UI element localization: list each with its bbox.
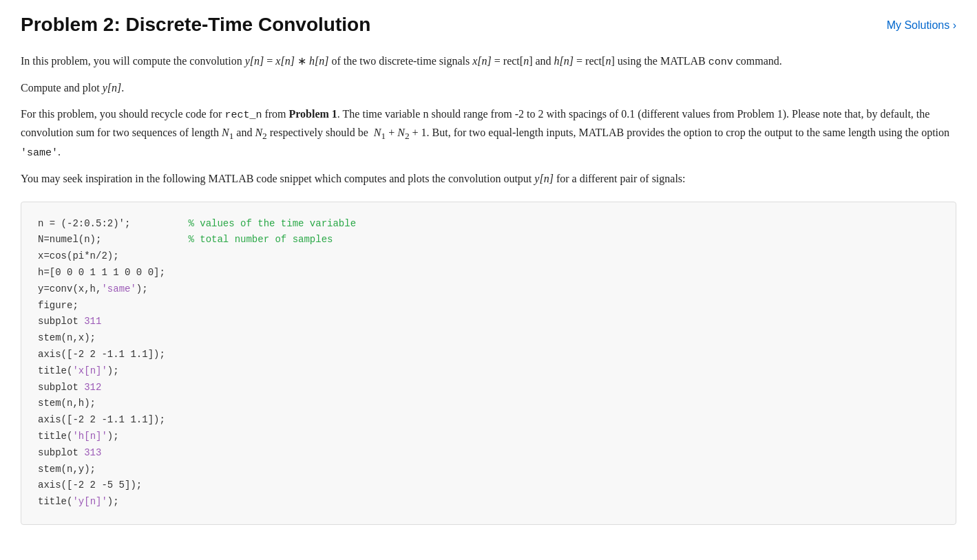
math-yn: y[n] <box>245 55 264 67</box>
code-line-15: subplot 313 <box>38 445 939 462</box>
code-text: title( <box>38 363 72 380</box>
conv-command: conv <box>708 56 733 68</box>
math-xn: x[n] <box>275 55 295 67</box>
code-line-16: stem(n,y); <box>38 462 939 478</box>
code-comment: % values of the time variable <box>188 216 356 233</box>
compute-paragraph: Compute and plot y[n]. <box>21 79 956 97</box>
code-line-14: title('h[n]'); <box>38 429 939 445</box>
code-line-18: title('y[n]'); <box>38 494 939 510</box>
code-text: subplot <box>38 380 84 396</box>
code-line-4: h=[0 0 0 1 1 1 0 0 0]; <box>38 265 939 281</box>
code-text: subplot <box>38 314 84 330</box>
code-text: stem(n,x); <box>38 330 96 347</box>
intro-section: In this problem, you will compute the co… <box>21 52 956 188</box>
page-title: Problem 2: Discrete-Time Convolution <box>21 14 370 36</box>
code-text: axis([-2 2 -1.1 1.1]); <box>38 412 165 429</box>
my-solutions-link[interactable]: My Solutions › <box>887 14 956 32</box>
code-line-17: axis([-2 2 -5 5]); <box>38 477 939 494</box>
rect-n-code: rect_n <box>224 109 262 121</box>
code-line-7: subplot 311 <box>38 314 939 330</box>
code-line-2: N=numel(n); % total number of samples <box>38 232 939 248</box>
code-text: ); <box>107 429 119 445</box>
code-text: axis([-2 2 -1.1 1.1]); <box>38 347 165 363</box>
intro-paragraph: In this problem, you will compute the co… <box>21 52 956 71</box>
code-text: N=numel(n); <box>38 232 188 248</box>
code-text: stem(n,h); <box>38 396 96 412</box>
code-comment: % total number of samples <box>188 232 333 248</box>
code-text: figure; <box>38 298 78 314</box>
code-text: title( <box>38 429 72 445</box>
code-line-9: axis([-2 2 -1.1 1.1]); <box>38 347 939 363</box>
code-line-8: stem(n,x); <box>38 330 939 347</box>
code-string: 'x[n]' <box>72 363 107 380</box>
code-text: axis([-2 2 -5 5]); <box>38 477 142 494</box>
code-text: h=[0 0 0 1 1 1 0 0 0]; <box>38 265 165 281</box>
code-string: 'h[n]' <box>72 429 107 445</box>
code-text: ); <box>107 363 119 380</box>
code-line-5: y=conv(x,h,'same'); <box>38 281 939 298</box>
code-block: n = (-2:0.5:2)'; % values of the time va… <box>21 202 956 525</box>
math-hn2: h[n] <box>554 55 574 67</box>
code-line-13: axis([-2 2 -1.1 1.1]); <box>38 412 939 429</box>
code-line-1: n = (-2:0.5:2)'; % values of the time va… <box>38 216 939 233</box>
code-line-10: title('x[n]'); <box>38 363 939 380</box>
same-option-code: 'same' <box>21 147 58 159</box>
code-line-11: subplot 312 <box>38 380 939 396</box>
code-string: 'y[n]' <box>72 494 107 510</box>
code-number: 313 <box>84 445 101 462</box>
code-number: 312 <box>84 380 101 396</box>
problem1-ref: Problem 1 <box>289 108 337 120</box>
math-xn2: x[n] <box>472 55 492 67</box>
code-line-12: stem(n,h); <box>38 396 939 412</box>
code-text: title( <box>38 494 72 510</box>
code-line-6: figure; <box>38 298 939 314</box>
code-text: x=cos(pi*n/2); <box>38 248 119 265</box>
code-text: y=conv(x,h, <box>38 281 101 298</box>
code-text: ); <box>107 494 119 510</box>
code-number: 311 <box>84 314 101 330</box>
code-text: ); <box>136 281 148 298</box>
code-line-3: x=cos(pi*n/2); <box>38 248 939 265</box>
detail-paragraph: For this problem, you should recycle cod… <box>21 105 956 162</box>
code-text: stem(n,y); <box>38 462 96 478</box>
code-text: n = (-2:0.5:2)'; <box>38 216 188 233</box>
code-string: 'same' <box>101 281 136 298</box>
code-text: subplot <box>38 445 84 462</box>
math-hn: h[n] <box>309 55 328 67</box>
inspiration-paragraph: You may seek inspiration in the followin… <box>21 170 956 188</box>
math-yn3: y[n] <box>534 173 554 184</box>
math-yn2: y[n] <box>103 82 122 94</box>
